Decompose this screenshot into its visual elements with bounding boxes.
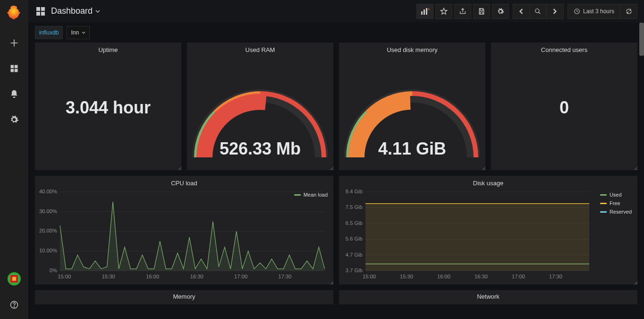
user-avatar[interactable] [8,272,21,285]
dashboards-icon[interactable] [7,61,22,76]
svg-rect-15 [426,8,427,15]
panel-network[interactable]: Network [339,290,637,304]
add-panel-button[interactable]: + [416,4,433,19]
svg-text:40.00%: 40.00% [39,189,57,194]
svg-text:4.7 Gib: 4.7 Gib [346,252,363,258]
svg-rect-3 [15,69,18,72]
dashboard-title: Dashboard [51,6,93,16]
panel-uptime[interactable]: Uptime 3.044 hour [35,43,181,170]
dashboard-grid-icon [35,6,46,17]
svg-text:17:00: 17:00 [234,274,247,279]
resize-handle[interactable] [634,281,637,285]
time-forward-button[interactable] [547,4,564,19]
topbar: Dashboard + Last 3 hours [28,0,644,23]
svg-text:16:00: 16:00 [437,274,450,279]
panel-memory[interactable]: Memory [35,290,333,304]
disk-legend: Used Free Reserved [600,192,632,215]
help-icon[interactable] [7,297,22,312]
svg-rect-11 [36,12,40,16]
legend-label: Free [610,200,620,206]
svg-text:16:30: 16:30 [190,274,203,279]
chevron-down-icon [95,9,100,14]
cpu-load-chart: 0%10.00%20.00%30.00%40.00%15:0015:3016:0… [35,189,333,281]
variable-select[interactable]: Inn [67,26,90,39]
resize-handle[interactable] [634,166,637,170]
resize-handle[interactable] [178,166,181,170]
svg-text:16:30: 16:30 [475,274,488,279]
toolbar: + Last 3 hours [415,4,637,19]
refresh-button[interactable] [620,4,637,19]
variable-row: influxdb Inn [28,23,644,43]
share-button[interactable] [454,4,471,19]
svg-text:7.5 Gib: 7.5 Gib [346,204,363,210]
svg-text:15:00: 15:00 [58,274,71,279]
svg-text:10.00%: 10.00% [39,248,57,253]
zoom-out-button[interactable] [530,4,547,19]
svg-rect-10 [41,7,45,11]
resize-handle[interactable] [330,166,333,170]
svg-text:17:30: 17:30 [279,274,292,279]
dashboard-content: Uptime 3.044 hour Used RAM [28,43,644,319]
svg-rect-0 [11,65,14,69]
svg-text:16:00: 16:00 [146,274,159,279]
time-range-button[interactable]: Last 3 hours [568,4,620,19]
settings-button[interactable] [492,4,509,19]
cpu-legend: Mean load [294,192,328,198]
time-range-label: Last 3 hours [583,8,614,15]
svg-rect-9 [36,7,40,11]
grafana-logo[interactable] [7,5,22,20]
svg-text:15:30: 15:30 [400,274,413,279]
variable-label: influxdb [35,26,63,39]
svg-text:15:30: 15:30 [102,274,115,279]
panel-title: Connected users [491,43,637,56]
svg-text:8.4 Gib: 8.4 Gib [346,189,363,194]
svg-point-8 [14,307,14,307]
svg-text:30.00%: 30.00% [39,208,57,214]
svg-text:6.5 Gib: 6.5 Gib [346,220,363,226]
panel-connected-users[interactable]: Connected users 0 [491,43,637,170]
svg-text:15:00: 15:00 [363,274,376,279]
panel-title: Used RAM [187,43,333,56]
create-icon[interactable] [7,35,22,51]
star-button[interactable] [435,4,452,19]
svg-rect-6 [12,277,16,281]
panel-title: Uptime [35,43,181,56]
variable-selected-value: Inn [71,29,79,36]
configuration-icon[interactable] [7,112,22,127]
clock-icon [574,8,580,15]
svg-text:5.6 Gib: 5.6 Gib [346,236,363,241]
dashboard-title-dropdown[interactable]: Dashboard [51,6,100,16]
svg-text:20.00%: 20.00% [39,228,57,234]
panel-used-disk[interactable]: Used disk memory 4.11 GiB [339,43,485,170]
chevron-down-icon [82,31,85,34]
svg-point-17 [535,9,539,12]
panel-title: CPU load [35,176,333,189]
panel-title: Used disk memory [339,43,485,56]
time-back-button[interactable] [513,4,530,19]
used-disk-value: 4.11 GiB [339,139,485,159]
svg-rect-1 [15,65,18,69]
panel-cpu-load[interactable]: CPU load Mean load 0%10.00%20.00%30.00%4… [35,176,333,285]
legend-label: Mean load [304,192,328,198]
svg-rect-14 [424,9,425,15]
scrollbar-thumb[interactable] [639,23,644,56]
svg-rect-13 [421,11,423,15]
resize-handle[interactable] [482,166,485,170]
panel-title: Memory [35,290,333,303]
panel-used-ram[interactable]: Used RAM 526.33 Mb [187,43,333,170]
disk-usage-chart: 3.7 Gib4.7 Gib5.6 Gib6.5 Gib7.5 Gib8.4 G… [339,189,637,281]
panel-disk-usage[interactable]: Disk usage Used Free Reserved 3.7 Gib4.7… [339,176,637,285]
sidebar [0,0,28,319]
svg-text:17:30: 17:30 [549,274,562,279]
svg-text:0%: 0% [50,267,57,273]
resize-handle[interactable] [330,281,333,285]
svg-rect-2 [11,69,14,72]
alerting-icon[interactable] [7,86,22,102]
legend-label: Reserved [610,209,632,215]
svg-text:3.7 Gib: 3.7 Gib [346,267,363,273]
legend-label: Used [610,192,622,198]
save-button[interactable] [473,4,490,19]
panel-title: Disk usage [339,176,637,189]
uptime-value: 3.044 hour [35,56,181,160]
svg-rect-53 [365,204,589,271]
